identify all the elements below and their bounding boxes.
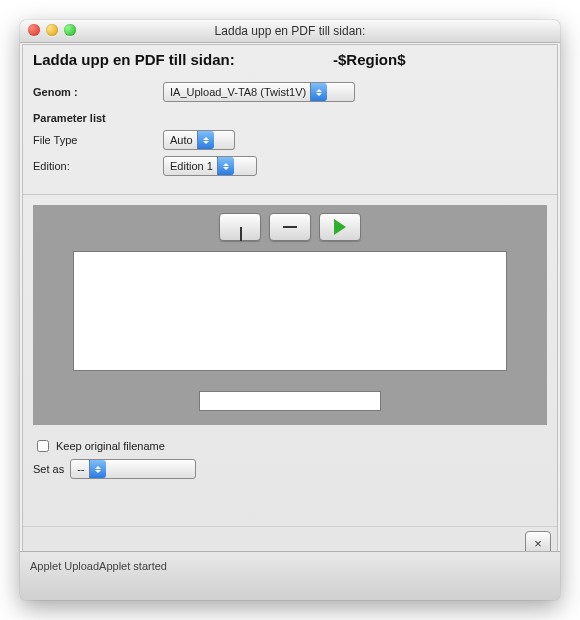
genom-select-value: IA_Upload_V-TA8 (Twist1V): [170, 86, 310, 98]
close-icon: ×: [534, 536, 542, 551]
start-button[interactable]: [319, 213, 361, 241]
file-type-value: Auto: [170, 134, 197, 146]
keep-filename-checkbox[interactable]: [37, 440, 49, 452]
set-as-select[interactable]: --: [70, 459, 196, 479]
genom-select[interactable]: IA_Upload_V-TA8 (Twist1V): [163, 82, 355, 102]
remove-button[interactable]: [269, 213, 311, 241]
chevron-updown-icon: [310, 83, 327, 101]
titlebar: Ladda upp en PDF till sidan:: [20, 20, 560, 43]
content-area: Ladda upp en PDF till sidan: -$Region$ G…: [22, 44, 558, 560]
heading-prefix: Ladda upp en PDF till sidan:: [33, 51, 235, 68]
traffic-lights: [28, 24, 76, 36]
close-window-button[interactable]: [28, 24, 40, 36]
file-type-label: File Type: [33, 134, 163, 146]
keep-filename-label: Keep original filename: [56, 440, 165, 452]
divider: [23, 194, 557, 195]
zoom-window-button[interactable]: [64, 24, 76, 36]
chevron-updown-icon: [89, 460, 106, 478]
status-text: Applet UploadApplet started: [30, 560, 167, 572]
heading-region: -$Region$: [333, 51, 406, 68]
file-list[interactable]: [73, 251, 507, 371]
page-heading: Ladda upp en PDF till sidan: -$Region$: [23, 45, 557, 72]
form-area: Genom : IA_Upload_V-TA8 (Twist1V) Parame…: [23, 72, 557, 190]
minimize-window-button[interactable]: [46, 24, 58, 36]
edition-value: Edition 1: [170, 160, 217, 172]
progress-field: [199, 391, 381, 411]
set-as-value: --: [77, 463, 88, 475]
lower-options: Keep original filename Set as --: [23, 427, 557, 491]
chevron-updown-icon: [217, 157, 234, 175]
window-title: Ladda upp en PDF till sidan:: [215, 24, 366, 38]
status-bar: Applet UploadApplet started: [20, 551, 560, 600]
edition-select[interactable]: Edition 1: [163, 156, 257, 176]
genom-label: Genom :: [33, 86, 163, 98]
window: Ladda upp en PDF till sidan: Ladda upp e…: [20, 20, 560, 600]
file-type-select[interactable]: Auto: [163, 130, 235, 150]
edition-label: Edition:: [33, 160, 163, 172]
upload-toolbar: [33, 213, 547, 241]
add-button[interactable]: [219, 213, 261, 241]
upload-panel: [33, 205, 547, 425]
parameter-list-heading: Parameter list: [33, 112, 106, 124]
minus-icon: [283, 226, 297, 228]
chevron-updown-icon: [197, 131, 214, 149]
play-icon: [334, 219, 346, 235]
set-as-label: Set as: [33, 463, 64, 475]
